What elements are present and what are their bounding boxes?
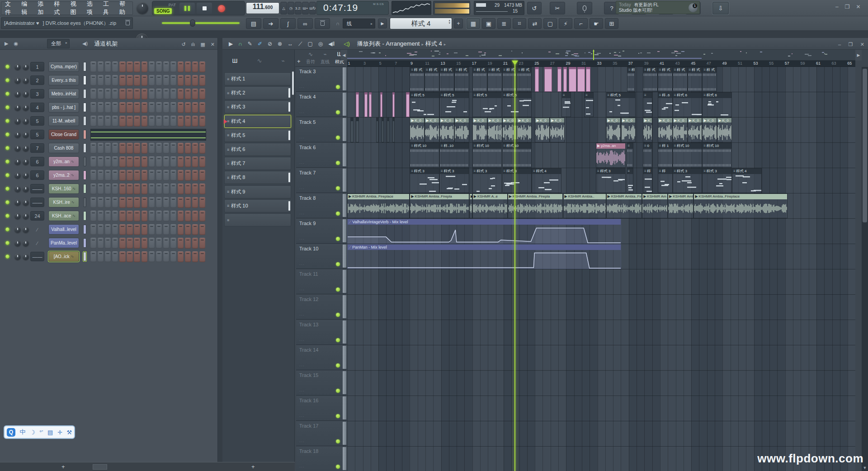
step-button[interactable]	[142, 75, 147, 86]
track-options[interactable]: ···	[299, 465, 305, 469]
step-button[interactable]	[98, 61, 104, 72]
playlist-clip[interactable]	[392, 118, 395, 142]
playlist-clip[interactable]: ▶	[469, 193, 472, 218]
panel-icon-3[interactable]: ⌗	[513, 18, 526, 29]
playlist-clip[interactable]	[369, 92, 371, 117]
playlist-clip[interactable]: ≡样 式	[454, 67, 469, 92]
maximize-button[interactable]: ❐	[845, 4, 856, 10]
step-button[interactable]	[90, 251, 96, 262]
step-button[interactable]	[90, 170, 96, 181]
track-lane[interactable]	[347, 345, 855, 371]
step-button[interactable]	[149, 116, 155, 127]
channel-number[interactable]: 6	[30, 157, 44, 166]
playlist-clip[interactable]: ≡样	[643, 168, 652, 193]
toolbar2-icon-1[interactable]: ➔	[263, 18, 278, 29]
track-options[interactable]: ···	[299, 313, 305, 317]
menu-选项[interactable]: 选项	[87, 0, 96, 16]
channel-led[interactable]	[5, 146, 9, 150]
step-button[interactable]	[192, 75, 198, 86]
step-button[interactable]	[199, 170, 205, 181]
step-button[interactable]	[142, 211, 147, 221]
rack-header-icon-3[interactable]: ✕	[211, 42, 215, 47]
channel-pan-knob[interactable]	[14, 186, 21, 192]
step-button[interactable]	[142, 224, 147, 235]
playlist-clip[interactable]: ▶K_0	[688, 118, 703, 142]
snap-selector[interactable]: ∩线	[343, 19, 375, 28]
playlist-clip[interactable]: ≡样式 5	[502, 92, 532, 117]
step-button[interactable]	[112, 75, 118, 86]
playlist-clip[interactable]	[577, 67, 585, 92]
step-button[interactable]	[119, 211, 125, 221]
step-button[interactable]	[105, 170, 111, 181]
step-button[interactable]	[163, 89, 169, 99]
step-button[interactable]	[185, 197, 191, 208]
step-button[interactable]	[163, 143, 169, 154]
channel-volume-knob[interactable]	[23, 118, 29, 124]
channel-volume-knob[interactable]	[23, 145, 29, 151]
step-button[interactable]	[119, 238, 125, 249]
step-button[interactable]	[98, 156, 104, 167]
step-button[interactable]	[127, 89, 132, 99]
channel-led[interactable]	[5, 105, 9, 109]
playlist-clip[interactable]: ▶KSHMR Ambia..Fireplace	[347, 193, 410, 218]
bottom-widget[interactable]	[93, 464, 107, 470]
playlist-clip[interactable]: ▶KSHMR Amt	[668, 193, 693, 218]
channel-target-indicator[interactable]	[83, 157, 86, 166]
add-pattern-button[interactable]: +	[454, 19, 463, 28]
step-button[interactable]	[105, 143, 111, 154]
slider-handle[interactable]	[190, 19, 195, 27]
step-button[interactable]	[185, 211, 191, 221]
transport-mode-icon-4[interactable]: Ш↻	[309, 2, 316, 14]
channel-button[interactable]: y2ma..2∿	[48, 170, 79, 180]
track-led[interactable]	[336, 186, 340, 190]
track-led[interactable]	[336, 262, 340, 266]
close-button[interactable]: ✕	[856, 4, 867, 10]
step-button[interactable]	[149, 75, 155, 86]
slice-tool[interactable]: ⟋	[298, 41, 302, 47]
playlist-clip[interactable]: ≡样..10	[439, 143, 469, 168]
step-button[interactable]	[185, 89, 191, 99]
step-button[interactable]	[149, 224, 155, 235]
channel-number[interactable]: ∕	[30, 225, 44, 234]
step-button[interactable]	[170, 89, 176, 99]
playlist-clip[interactable]: ▶y2ma..an	[596, 143, 626, 168]
track-led[interactable]	[336, 465, 340, 469]
step-button[interactable]	[112, 224, 118, 235]
toolbar2-icon-2[interactable]: ʃ	[280, 18, 296, 29]
panel-icon-1[interactable]: ▣	[482, 18, 495, 29]
ime-icon-5[interactable]: ✛	[57, 429, 62, 436]
step-button[interactable]	[185, 251, 191, 262]
track-options[interactable]: ···	[299, 338, 305, 343]
step-button[interactable]	[98, 143, 104, 154]
ime-icon-0[interactable]: Q	[7, 428, 15, 437]
track-lane[interactable]: ≡样式 10≡样..10≡样式 10≡样式 10▶y2ma..an≡≡0≡样 1…	[347, 143, 855, 168]
channel-target-indicator[interactable]	[83, 211, 86, 221]
track-header[interactable]: Track 14···	[296, 345, 347, 370]
step-button[interactable]	[163, 170, 169, 181]
step-button[interactable]	[134, 251, 140, 262]
step-button[interactable]	[119, 197, 125, 208]
channel-pan-knob[interactable]	[14, 254, 21, 260]
playlist-clip[interactable]	[563, 67, 567, 92]
step-button[interactable]	[156, 89, 162, 99]
playlist-clip[interactable]: ≡	[561, 92, 571, 117]
step-button[interactable]	[142, 251, 147, 262]
track-led[interactable]	[336, 110, 340, 114]
track-lane[interactable]	[347, 396, 855, 421]
step-button[interactable]	[156, 75, 162, 86]
pattern-item[interactable]: ≡样式 3	[224, 100, 291, 113]
playlist-clip[interactable]	[406, 92, 410, 117]
step-button[interactable]	[105, 251, 111, 262]
mic-record-button[interactable]	[577, 2, 592, 14]
slip-tool[interactable]: ↔	[288, 41, 293, 47]
playlist-clip[interactable]: ≡样 式	[425, 67, 439, 92]
step-button[interactable]	[163, 61, 169, 72]
step-button[interactable]	[156, 251, 162, 262]
channel-button[interactable]: Valhall..level	[48, 224, 79, 235]
playlist-clip[interactable]: ≡	[643, 92, 652, 117]
playlist-maximize[interactable]: ❐	[848, 42, 853, 47]
step-button[interactable]	[127, 251, 132, 262]
channel-pan-knob[interactable]	[14, 199, 21, 206]
step-button[interactable]	[142, 197, 147, 208]
step-button[interactable]	[142, 170, 147, 181]
